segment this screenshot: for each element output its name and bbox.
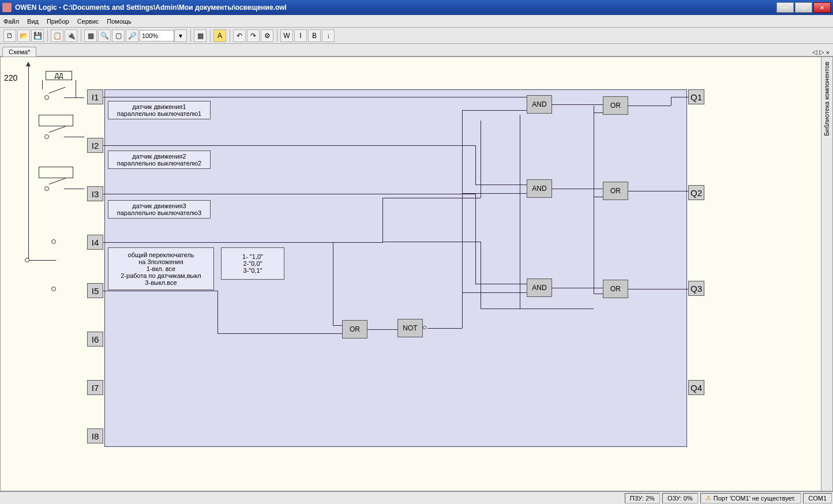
gate-and-3[interactable]: AND bbox=[527, 279, 552, 297]
save-button[interactable]: 💾 bbox=[31, 29, 44, 42]
output-q1[interactable]: Q1 bbox=[688, 89, 704, 104]
tool-button-3[interactable]: ▦ bbox=[194, 29, 207, 42]
zoom-fit-button[interactable]: ▢ bbox=[112, 29, 125, 42]
input-i5[interactable]: I5 bbox=[87, 283, 103, 298]
diagram-canvas[interactable]: 220 ДД I1 I2 I3 I4 I5 bbox=[1, 57, 808, 491]
gate-and-1[interactable]: AND bbox=[527, 95, 552, 114]
arrow-head-icon bbox=[26, 62, 31, 66]
status-bar: ПЗУ: 2% ОЗУ: 0% Порт 'COM1' не существуе… bbox=[0, 491, 833, 504]
status-ram: ОЗУ: 0% bbox=[662, 493, 698, 503]
note-codes[interactable]: 1- "1,0" 2-"0,0" 3-"0,1" bbox=[221, 247, 284, 280]
tab-schema[interactable]: Схема* bbox=[2, 47, 36, 57]
menu-file[interactable]: Файл bbox=[3, 18, 19, 25]
open-button[interactable]: 📂 bbox=[17, 29, 30, 42]
grid-button[interactable]: ▦ bbox=[84, 29, 97, 42]
gate-or-bottom[interactable]: OR bbox=[342, 320, 367, 338]
voltage-label: 220 bbox=[4, 73, 17, 82]
tool-button-1[interactable]: 📋 bbox=[51, 29, 63, 42]
status-port[interactable]: COM1 bbox=[803, 493, 832, 503]
input-i2[interactable]: I2 bbox=[87, 138, 103, 153]
tab-scroll-right-icon[interactable]: ▷ bbox=[819, 48, 824, 56]
output-q3[interactable]: Q3 bbox=[688, 281, 704, 296]
contact-node bbox=[44, 95, 49, 100]
tab-scroll-left-icon[interactable]: ◁ bbox=[812, 48, 817, 56]
menu-bar: Файл Вид Прибор Сервис Помощь bbox=[0, 15, 833, 28]
window-title: OWEN Logic - C:\Documents and Settings\A… bbox=[15, 3, 775, 12]
note-sensor-2[interactable]: датчик движения2 параллельно выключателю… bbox=[108, 151, 211, 169]
maximize-button[interactable]: ▭ bbox=[795, 2, 812, 13]
tool-button-8[interactable]: I bbox=[294, 29, 307, 42]
arrow-line bbox=[28, 64, 29, 81]
tab-strip: Схема* ◁ ▷ × bbox=[0, 44, 833, 57]
canvas-area[interactable]: 220 ДД I1 I2 I3 I4 I5 bbox=[0, 57, 821, 491]
components-panel-label: Библиотека компонентов bbox=[821, 57, 832, 141]
gate-and-2[interactable]: AND bbox=[527, 179, 552, 198]
tool-button-5[interactable]: ↷ bbox=[247, 29, 260, 42]
menu-device[interactable]: Прибор bbox=[47, 18, 69, 25]
tool-button-9[interactable]: B bbox=[308, 29, 321, 42]
tool-button-2[interactable]: 🔌 bbox=[65, 29, 77, 42]
new-button[interactable]: 🗋 bbox=[3, 29, 16, 42]
components-panel[interactable]: Библиотека компонентов bbox=[821, 57, 833, 491]
note-sensor-3[interactable]: датчик движения3 параллельно выключателю… bbox=[108, 200, 211, 219]
zoom-out-button[interactable]: 🔍 bbox=[98, 29, 111, 42]
input-i3[interactable]: I3 bbox=[87, 186, 103, 201]
menu-service[interactable]: Сервис bbox=[77, 18, 99, 25]
dd-box: ДД bbox=[46, 71, 72, 80]
close-button[interactable]: ✕ bbox=[813, 2, 831, 13]
zoom-in-button[interactable]: 🔎 bbox=[126, 29, 138, 42]
gate-or-2[interactable]: OR bbox=[603, 182, 628, 200]
minimize-button[interactable]: ─ bbox=[776, 2, 794, 13]
input-i1[interactable]: I1 bbox=[87, 89, 103, 104]
title-bar: OWEN Logic - C:\Documents and Settings\A… bbox=[0, 0, 833, 15]
input-i6[interactable]: I6 bbox=[87, 332, 103, 347]
toolbar: 🗋 📂 💾 📋 🔌 ▦ 🔍 ▢ 🔎 ▾ ▦ A ↶ ↷ ⚙ W I B ↓ bbox=[0, 28, 833, 44]
gate-or-1[interactable]: OR bbox=[603, 96, 628, 115]
menu-view[interactable]: Вид bbox=[27, 18, 39, 25]
output-q4[interactable]: Q4 bbox=[688, 380, 704, 395]
zoom-input[interactable] bbox=[140, 30, 174, 42]
text-tool-button[interactable]: A bbox=[213, 29, 226, 42]
gate-not[interactable]: NOT bbox=[397, 319, 423, 337]
menu-help[interactable]: Помощь bbox=[107, 18, 132, 25]
gate-or-3[interactable]: OR bbox=[603, 280, 628, 298]
tool-button-4[interactable]: ↶ bbox=[233, 29, 246, 42]
status-port-warning: Порт 'COM1' не существует. bbox=[700, 493, 801, 503]
output-q2[interactable]: Q2 bbox=[688, 185, 704, 200]
tool-button-7[interactable]: W bbox=[280, 29, 293, 42]
relay-box bbox=[39, 167, 73, 178]
input-i4[interactable]: I4 bbox=[87, 235, 103, 250]
note-sensor-1[interactable]: датчик движения1 параллельно выключателю… bbox=[108, 101, 211, 119]
app-icon bbox=[2, 3, 12, 12]
tool-button-10[interactable]: ↓ bbox=[322, 29, 335, 42]
tab-close-icon[interactable]: × bbox=[826, 49, 830, 56]
note-switch[interactable]: общий переключатель на 3положения 1-вкл.… bbox=[108, 247, 214, 290]
zoom-dropdown[interactable]: ▾ bbox=[174, 29, 187, 42]
not-bubble-icon bbox=[423, 326, 426, 329]
input-i8[interactable]: I8 bbox=[87, 428, 103, 443]
relay-box bbox=[39, 115, 73, 126]
status-rom: ПЗУ: 2% bbox=[625, 493, 660, 503]
input-i7[interactable]: I7 bbox=[87, 380, 103, 395]
tool-button-6[interactable]: ⚙ bbox=[261, 29, 273, 42]
